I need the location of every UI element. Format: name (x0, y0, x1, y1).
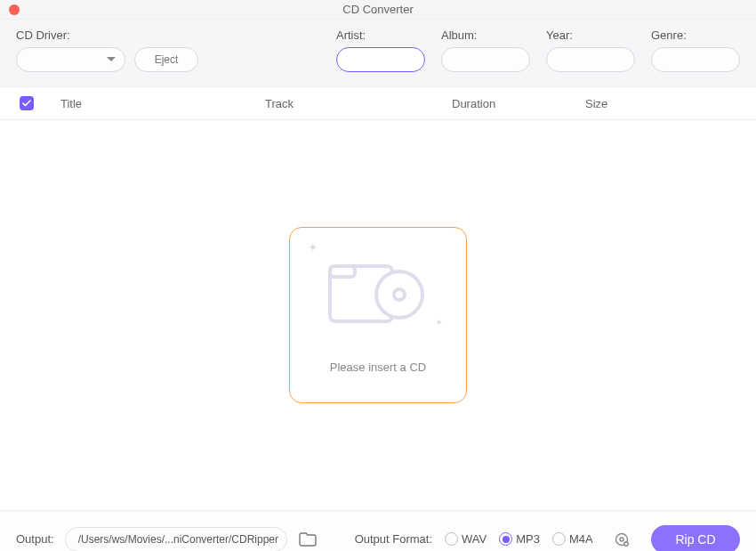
artist-input[interactable] (336, 47, 425, 72)
output-path-display: /Users/ws/Movies/...niConverter/CDRipper (65, 527, 287, 552)
browse-folder-button[interactable] (298, 531, 318, 548)
format-radio-m4a[interactable]: M4A (552, 532, 593, 546)
footer: Output: /Users/ws/Movies/...niConverter/… (0, 510, 756, 551)
format-settings-button[interactable] (611, 529, 632, 550)
year-input[interactable] (546, 47, 635, 72)
format-mp3-label: MP3 (516, 532, 540, 546)
window-title: CD Converter (0, 3, 756, 16)
select-all-checkbox[interactable] (20, 96, 34, 110)
svg-point-5 (620, 538, 623, 541)
genre-input[interactable] (651, 47, 740, 72)
empty-state-prompt: Please insert a CD (330, 361, 426, 374)
radio-icon (552, 532, 566, 546)
radio-icon (445, 532, 458, 546)
album-input[interactable] (441, 47, 530, 72)
column-duration: Duration (452, 97, 585, 110)
year-label: Year: (546, 28, 635, 42)
output-format-label: Output Format: (355, 532, 432, 546)
sparkle-icon: ✦ (435, 317, 443, 328)
column-title: Title (60, 97, 265, 110)
output-label: Output: (16, 532, 54, 546)
svg-point-6 (624, 541, 628, 545)
svg-rect-1 (330, 266, 355, 277)
album-label: Album: (441, 28, 530, 42)
track-list-area: ✦ ✦ Please insert a CD (0, 120, 756, 510)
radio-icon (499, 532, 512, 546)
column-size: Size (585, 97, 736, 110)
format-radio-mp3[interactable]: MP3 (499, 532, 540, 546)
artist-label: Artist: (336, 28, 425, 42)
check-icon (22, 100, 31, 107)
svg-point-2 (376, 271, 422, 318)
rip-cd-button[interactable]: Rip CD (651, 525, 740, 552)
toolbar: CD Driver: Eject Artist: Album: Year: Ge… (0, 20, 756, 87)
column-track: Track (265, 97, 452, 110)
gear-icon (613, 531, 631, 548)
titlebar: CD Converter (0, 0, 756, 20)
folder-icon (299, 532, 317, 547)
format-m4a-label: M4A (569, 532, 593, 546)
eject-button[interactable]: Eject (134, 47, 198, 72)
cd-driver-label: CD Driver: (16, 28, 198, 42)
format-wav-label: WAV (462, 532, 487, 546)
table-header: Title Track Duration Size (0, 87, 756, 120)
empty-state-card: ✦ ✦ Please insert a CD (289, 227, 467, 403)
cd-illustration (325, 254, 431, 334)
sparkle-icon: ✦ (308, 240, 318, 255)
format-radio-wav[interactable]: WAV (445, 532, 487, 546)
genre-label: Genre: (651, 28, 740, 42)
cd-driver-select[interactable] (16, 47, 125, 72)
